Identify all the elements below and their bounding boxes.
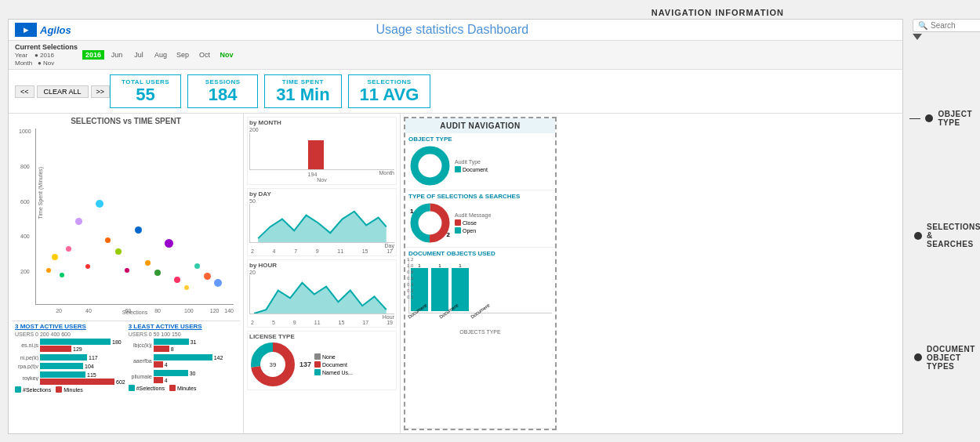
month-jul: Jul bbox=[128, 51, 150, 59]
month-x-label: Nov bbox=[249, 177, 394, 183]
user-name: rpa.p(t)v bbox=[15, 364, 38, 369]
legend-minutes: Minutes bbox=[169, 385, 197, 391]
audit-title: AUDIT NAVIGATION bbox=[405, 118, 555, 133]
toolbar: Current Selections Year ● 2016 Month ● N… bbox=[9, 41, 902, 70]
by-day-chart: by DAY 50 Day 2479111517 bbox=[247, 188, 397, 256]
doc-x-labels: DocumentObj13 DocumentObj14 DocumentObj1… bbox=[408, 315, 552, 320]
teal-bar bbox=[154, 370, 188, 376]
user-name: es.ni.js bbox=[15, 342, 38, 348]
red-bar bbox=[154, 377, 163, 383]
scatter-dot bbox=[66, 246, 71, 252]
annotation-object-type: OBJECT TYPE bbox=[909, 110, 972, 127]
objects-type-label: OBJECTS TYPE bbox=[408, 329, 552, 335]
x-120: 120 bbox=[210, 308, 220, 313]
least-active-chart: 3 LEAST ACTIVE USERS USERS 0 50 100 150 … bbox=[129, 323, 237, 429]
annotation-items: OBJECT TYPE SELECTIONS & SEARCHES DOCUME… bbox=[909, 46, 972, 434]
clear-all-button[interactable]: CLEAR ALL bbox=[37, 85, 89, 98]
annotation-document-objects: DOCUMENT OBJECT TYPES bbox=[909, 345, 972, 371]
legend-named: Named Us... bbox=[314, 369, 353, 375]
scatter-dot bbox=[115, 248, 122, 255]
logo-icon: ▶ bbox=[15, 23, 37, 37]
x-20: 20 bbox=[56, 308, 62, 313]
list-item: roykey 115 602 bbox=[15, 371, 125, 385]
bar-value: 30 bbox=[190, 371, 196, 376]
kpi-total-users: TOTAL USERS 55 bbox=[110, 74, 181, 108]
scatter-dot bbox=[135, 226, 142, 234]
list-item: aaerfba 142 4 bbox=[129, 354, 237, 368]
scatter-title: SELECTIONS vs TIME SPENT bbox=[12, 117, 240, 125]
kpi-total-users-value: 55 bbox=[122, 85, 169, 104]
month-bar-label: 194 bbox=[308, 172, 318, 177]
annotation-dot bbox=[914, 353, 922, 361]
month-labels: Jun Jul Aug Sep Oct Nov bbox=[106, 51, 238, 59]
license-legend: None Document Named Us... bbox=[314, 353, 353, 375]
selections-svg bbox=[408, 201, 452, 245]
x-140: 140 bbox=[224, 308, 234, 313]
selections-label-1: 1 bbox=[410, 208, 413, 215]
kpi-time-spent-value: 31 Min bbox=[276, 85, 329, 104]
scatter-dot bbox=[96, 200, 103, 208]
scatter-dot bbox=[75, 218, 82, 225]
license-inner-val: 39 bbox=[270, 361, 277, 368]
year-bar: 2016 bbox=[82, 50, 104, 60]
next-button[interactable]: >> bbox=[91, 85, 111, 98]
x-100: 100 bbox=[184, 308, 194, 313]
red-bar bbox=[40, 379, 114, 385]
list-item: es.ni.js 180 129 bbox=[15, 339, 125, 352]
bar-value: 117 bbox=[89, 355, 98, 360]
scatter-dot bbox=[165, 239, 173, 248]
svg-point-5 bbox=[415, 150, 446, 182]
selections-content: 1 2 Audit Message Close Open bbox=[408, 201, 552, 245]
svg-marker-0 bbox=[258, 212, 387, 242]
by-month-title: by MONTH bbox=[249, 119, 394, 126]
scatter-dot bbox=[194, 263, 200, 269]
scatter-dot bbox=[125, 268, 129, 273]
scatter-y-label: Time Spent (Minutes) bbox=[38, 167, 43, 219]
right-annotations: 🔍 ▼ OBJECT TYPE SELECTIONS & SEARCHES bbox=[909, 19, 972, 434]
by-day-title: by DAY bbox=[249, 190, 394, 197]
audit-documents: DOCUMENT OBJECTS USED 1 1 1 bbox=[405, 248, 555, 429]
license-content: 39 137 None Document Named Us... bbox=[249, 341, 394, 388]
search-area[interactable]: 🔍 ▼ bbox=[913, 19, 972, 40]
annotation-label: OBJECT TYPE bbox=[938, 110, 972, 127]
object-type-svg bbox=[408, 144, 452, 187]
license-outer-val: 137 bbox=[299, 360, 311, 368]
left-panel: SELECTIONS vs TIME SPENT Time Spent (Min… bbox=[9, 114, 244, 433]
logo: ▶ Agilos bbox=[15, 23, 71, 37]
license-donut: 39 bbox=[249, 341, 296, 388]
annotation-dot bbox=[914, 232, 922, 240]
prev-button[interactable]: << bbox=[15, 85, 34, 98]
month-bar bbox=[308, 140, 324, 170]
y-600: 600 bbox=[20, 199, 30, 205]
legend-document: Document bbox=[455, 166, 488, 172]
scatter-dot bbox=[214, 279, 222, 287]
month-oct: Oct bbox=[194, 51, 216, 59]
nav-info-label: NAVIGATION INFORMATION bbox=[652, 8, 784, 17]
doc-bar bbox=[431, 268, 448, 311]
user-name: roykey bbox=[15, 375, 38, 381]
y-800: 800 bbox=[20, 164, 30, 169]
x-40: 40 bbox=[85, 308, 92, 313]
y-400: 400 bbox=[20, 234, 30, 239]
nav-buttons[interactable]: << CLEAR ALL >> bbox=[15, 85, 110, 98]
scatter-chart: Time Spent (Minutes) Selections 1000 800… bbox=[35, 129, 234, 305]
bar-value: 115 bbox=[87, 372, 96, 378]
search-input[interactable] bbox=[931, 21, 980, 30]
bar-value: 4 bbox=[165, 378, 168, 383]
kpi-sessions: SESSIONS 184 bbox=[187, 74, 258, 108]
svg-marker-1 bbox=[254, 283, 387, 313]
annotation-dot bbox=[925, 114, 933, 122]
year-label: Year ● 2016 bbox=[15, 52, 78, 59]
dashboard-title: Usage statistics Dashboard bbox=[376, 23, 528, 37]
scatter-dot bbox=[46, 268, 51, 273]
annotation-label: DOCUMENT OBJECT TYPES bbox=[927, 345, 975, 371]
license-title: LICENSE TYPE bbox=[249, 333, 394, 340]
bar-value: 142 bbox=[214, 355, 223, 360]
scatter-dot bbox=[184, 285, 189, 290]
audit-selections: TYPE OF SELECTIONS & SEARCHES 1 2 bbox=[405, 190, 555, 248]
least-active-scale: USERS 0 50 100 150 bbox=[129, 332, 237, 337]
selections-legend: Audit Message Close Open bbox=[455, 212, 491, 234]
most-active-bars: es.ni.js 180 129 ni.pe(k) 117 bbox=[15, 339, 125, 385]
month-label: Month ● Nov bbox=[15, 60, 78, 67]
search-bar[interactable]: 🔍 ▼ bbox=[913, 19, 980, 32]
